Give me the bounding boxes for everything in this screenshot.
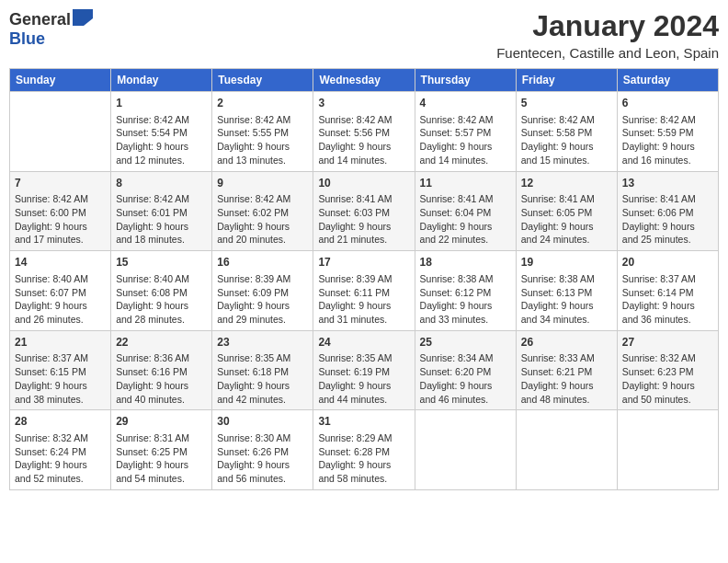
month-title: January 2024: [496, 9, 719, 43]
day-number: 7: [15, 176, 106, 191]
day-info-line: Daylight: 9 hours: [15, 299, 106, 313]
day-info-line: and 28 minutes.: [116, 313, 207, 327]
calendar-cell: 2Sunrise: 8:42 AMSunset: 5:55 PMDaylight…: [212, 92, 313, 172]
day-info-line: Sunrise: 8:41 AM: [622, 192, 713, 206]
day-info-line: and 38 minutes.: [15, 393, 106, 407]
day-number: 5: [521, 96, 612, 111]
calendar-cell: 22Sunrise: 8:36 AMSunset: 6:16 PMDayligh…: [111, 330, 212, 410]
day-number: 24: [318, 335, 409, 350]
day-info-line: Daylight: 9 hours: [622, 299, 713, 313]
day-info-line: and 33 minutes.: [420, 313, 511, 327]
day-info-line: Sunrise: 8:42 AM: [217, 192, 308, 206]
calendar-cell: 12Sunrise: 8:41 AMSunset: 6:05 PMDayligh…: [516, 171, 617, 251]
day-info-line: Daylight: 9 hours: [217, 379, 308, 393]
calendar-cell: 13Sunrise: 8:41 AMSunset: 6:06 PMDayligh…: [617, 171, 718, 251]
day-info-line: Daylight: 9 hours: [318, 299, 409, 313]
day-info-line: Sunrise: 8:38 AM: [521, 272, 612, 286]
day-number: 13: [622, 176, 713, 191]
title-section: January 2024 Fuentecen, Castille and Leo…: [496, 9, 719, 61]
day-info-line: Sunrise: 8:41 AM: [521, 192, 612, 206]
day-info-line: and 48 minutes.: [521, 393, 612, 407]
day-info-line: Sunrise: 8:32 AM: [15, 431, 106, 445]
day-info-line: Sunset: 6:08 PM: [116, 286, 207, 300]
day-info-line: Sunrise: 8:40 AM: [15, 272, 106, 286]
day-info-line: Sunrise: 8:41 AM: [318, 192, 409, 206]
page-header: General Blue January 2024 Fuentecen, Cas…: [9, 9, 719, 61]
day-number: 23: [217, 335, 308, 350]
day-info-line: Sunrise: 8:42 AM: [420, 113, 511, 127]
day-info-line: and 14 minutes.: [318, 154, 409, 167]
day-number: 25: [420, 335, 511, 350]
day-info-line: Daylight: 9 hours: [521, 299, 612, 313]
logo-general-text: General: [9, 10, 71, 29]
day-info-line: Sunset: 6:25 PM: [116, 445, 207, 459]
day-info-line: Daylight: 9 hours: [217, 220, 308, 234]
day-info-line: and 16 minutes.: [622, 154, 713, 167]
week-row-2: 7Sunrise: 8:42 AMSunset: 6:00 PMDaylight…: [10, 171, 719, 251]
day-info-line: and 26 minutes.: [15, 313, 106, 327]
day-info-line: and 17 minutes.: [15, 233, 106, 247]
day-number: 31: [318, 414, 409, 430]
day-info-line: Sunrise: 8:35 AM: [217, 351, 308, 365]
calendar-cell: 17Sunrise: 8:39 AMSunset: 6:11 PMDayligh…: [313, 251, 415, 331]
day-info-line: Daylight: 9 hours: [318, 220, 409, 234]
day-number: 6: [622, 96, 713, 111]
day-info-line: and 18 minutes.: [116, 233, 207, 247]
weekday-header-monday: Monday: [111, 69, 212, 92]
calendar-cell: 18Sunrise: 8:38 AMSunset: 6:12 PMDayligh…: [415, 251, 516, 331]
day-info-line: Sunset: 6:11 PM: [318, 286, 409, 300]
day-info-line: Sunrise: 8:40 AM: [116, 272, 207, 286]
day-info-line: Sunrise: 8:41 AM: [420, 192, 511, 206]
day-number: 20: [622, 255, 713, 270]
day-info-line: and 24 minutes.: [521, 233, 612, 247]
day-info-line: and 15 minutes.: [521, 154, 612, 167]
day-info-line: Daylight: 9 hours: [116, 140, 207, 154]
day-info-line: and 56 minutes.: [217, 472, 308, 486]
day-info-line: Sunset: 6:01 PM: [116, 206, 207, 220]
day-number: 26: [521, 335, 612, 350]
calendar-cell: [10, 92, 111, 172]
calendar-cell: 3Sunrise: 8:42 AMSunset: 5:56 PMDaylight…: [313, 92, 415, 172]
day-number: 18: [420, 255, 511, 270]
day-info-line: Sunrise: 8:42 AM: [318, 113, 409, 127]
week-row-1: 1Sunrise: 8:42 AMSunset: 5:54 PMDaylight…: [10, 92, 719, 172]
day-info-line: and 44 minutes.: [318, 393, 409, 407]
calendar-cell: 27Sunrise: 8:32 AMSunset: 6:23 PMDayligh…: [617, 330, 718, 410]
day-info-line: and 52 minutes.: [15, 472, 106, 486]
day-info-line: Sunset: 5:58 PM: [521, 126, 612, 140]
day-info-line: and 40 minutes.: [116, 393, 207, 407]
day-info-line: Daylight: 9 hours: [420, 140, 511, 154]
day-info-line: Sunset: 6:09 PM: [217, 286, 308, 300]
day-info-line: Sunrise: 8:37 AM: [622, 272, 713, 286]
day-info-line: Sunset: 6:15 PM: [15, 365, 106, 379]
weekday-header-tuesday: Tuesday: [212, 69, 313, 92]
day-number: 30: [217, 414, 308, 430]
day-number: 29: [116, 414, 207, 430]
day-info-line: and 22 minutes.: [420, 233, 511, 247]
day-number: 14: [15, 255, 106, 270]
day-info-line: and 14 minutes.: [420, 154, 511, 167]
day-number: 12: [521, 176, 612, 191]
calendar-cell: 7Sunrise: 8:42 AMSunset: 6:00 PMDaylight…: [10, 171, 111, 251]
day-info-line: Sunset: 5:55 PM: [217, 126, 308, 140]
calendar-cell: 31Sunrise: 8:29 AMSunset: 6:28 PMDayligh…: [313, 410, 415, 490]
day-info-line: Sunrise: 8:33 AM: [521, 351, 612, 365]
calendar-cell: 6Sunrise: 8:42 AMSunset: 5:59 PMDaylight…: [617, 92, 718, 172]
weekday-header-sunday: Sunday: [10, 69, 111, 92]
day-info-line: and 50 minutes.: [622, 393, 713, 407]
logo-blue-text: Blue: [9, 29, 45, 48]
day-info-line: Sunset: 6:13 PM: [521, 286, 612, 300]
day-number: 19: [521, 255, 612, 270]
weekday-header-row: SundayMondayTuesdayWednesdayThursdayFrid…: [10, 69, 719, 92]
day-number: 28: [15, 414, 106, 430]
day-info-line: Sunset: 6:23 PM: [622, 365, 713, 379]
day-info-line: Daylight: 9 hours: [420, 299, 511, 313]
day-info-line: Daylight: 9 hours: [318, 140, 409, 154]
day-info-line: Sunrise: 8:30 AM: [217, 431, 308, 445]
svg-marker-0: [73, 9, 93, 26]
day-info-line: Daylight: 9 hours: [116, 379, 207, 393]
day-info-line: Sunset: 5:56 PM: [318, 126, 409, 140]
day-info-line: Sunrise: 8:42 AM: [116, 113, 207, 127]
day-info-line: Daylight: 9 hours: [521, 379, 612, 393]
calendar-cell: 24Sunrise: 8:35 AMSunset: 6:19 PMDayligh…: [313, 330, 415, 410]
